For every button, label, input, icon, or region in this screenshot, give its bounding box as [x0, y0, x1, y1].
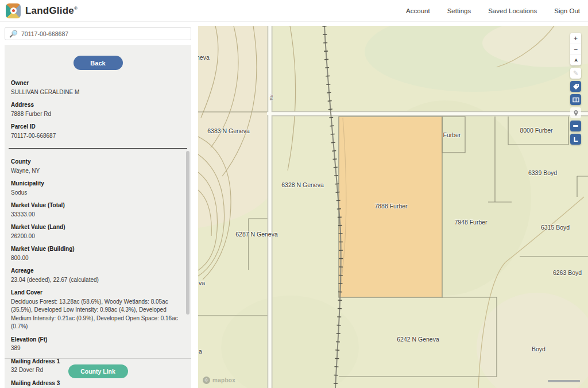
- road-label: Rd: [269, 94, 274, 100]
- parcel-label: 7948 Furber: [454, 219, 487, 226]
- field-value: Wayne, NY: [11, 167, 185, 176]
- compass-icon: ➤: [572, 58, 578, 63]
- parcel-label: a: [199, 348, 202, 355]
- mapbox-logo-icon: ©: [203, 377, 210, 384]
- field-value: 7888 Furber Rd: [11, 110, 185, 119]
- field-label: Market Value (Land): [11, 224, 185, 231]
- field-value: 33333.00: [11, 211, 185, 219]
- draw-button[interactable]: ✎: [570, 68, 581, 79]
- field-value: 800.00: [11, 254, 185, 263]
- collapse-button[interactable]: [570, 121, 581, 131]
- field-label: Acreage: [11, 267, 185, 275]
- detail-fields: County Wayne, NY Municipality Sodus Mark…: [5, 149, 191, 388]
- parcel-label: 6339 Boyd: [528, 169, 557, 176]
- field-label: Market Value (Building): [11, 246, 185, 253]
- parcel-label: 6242 N Geneva: [397, 336, 439, 343]
- measure-button[interactable]: [570, 94, 581, 105]
- field-label: Elevation (Ft): [11, 336, 185, 344]
- field-elevation: Elevation (Ft) 389: [11, 336, 185, 353]
- highlighted-parcel-label: 7888 Furber: [374, 203, 407, 209]
- field-value: Deciduous Forest: 13.28ac (58.6%), Woody…: [11, 298, 185, 331]
- parcel-label: 6263 Boyd: [553, 269, 582, 276]
- field-label: Market Value (Total): [11, 202, 185, 209]
- field-label: Parcel ID: [11, 123, 185, 131]
- l-shape-icon: [572, 136, 579, 143]
- back-button[interactable]: Back: [74, 56, 123, 70]
- parcel-label: Furber: [443, 131, 461, 138]
- sidebar: 🔍 Back Owner SULLIVAN GERALDINE M Addres…: [0, 22, 198, 388]
- nav-settings[interactable]: Settings: [447, 7, 471, 14]
- field-value: 389: [11, 344, 185, 353]
- county-link-button[interactable]: County Link: [68, 364, 128, 378]
- nav-saved-locations[interactable]: Saved Locations: [488, 7, 537, 14]
- field-value: Sodus: [11, 189, 185, 197]
- zoom-out-button[interactable]: −: [570, 44, 581, 55]
- panel-scrollbar[interactable]: [186, 151, 189, 315]
- parcel-detail-panel: Back Owner SULLIVAN GERALDINE M Address …: [5, 45, 191, 388]
- panel-footer: County Link: [5, 358, 191, 388]
- parcel-label: va: [199, 280, 205, 286]
- tag-icon: [572, 83, 579, 90]
- search-input[interactable]: [21, 30, 187, 37]
- parcel-label: 8000 Furber: [520, 127, 552, 134]
- brand-name: LandGlide®: [25, 5, 78, 17]
- gps-location-button[interactable]: [570, 107, 581, 118]
- nav-account[interactable]: Account: [406, 7, 430, 14]
- map-controls: + − ➤ ✎: [570, 33, 581, 145]
- registered-mark: ®: [74, 6, 78, 11]
- field-value: 70117-00-668687: [11, 132, 185, 141]
- parcel-label: Boyd: [532, 346, 546, 352]
- field-label: Owner: [11, 80, 185, 87]
- field-municipality: Municipality Sodus: [11, 180, 185, 197]
- field-owner: Owner SULLIVAN GERALDINE M: [11, 80, 185, 96]
- field-acreage: Acreage 23.04 (deeded), 22.67 (calculate…: [11, 267, 185, 284]
- search-icon: 🔍: [9, 30, 18, 37]
- field-value: 26200.00: [11, 232, 185, 241]
- field-market-value-land: Market Value (Land) 26200.00: [11, 224, 185, 240]
- field-value: 23.04 (deeded), 22.67 (calculated): [11, 276, 185, 285]
- grid-icon: [572, 96, 579, 103]
- field-label: Land Cover: [11, 289, 185, 297]
- map-canvas[interactable]: Geneva 6383 N Geneva 6328 N Geneva 6287 …: [198, 26, 588, 388]
- field-label: Address: [11, 102, 185, 109]
- header-nav: Account Settings Saved Locations Sign Ou…: [406, 7, 580, 14]
- compass-button[interactable]: ➤: [570, 55, 581, 65]
- field-label: Municipality: [11, 180, 185, 188]
- search-bar[interactable]: 🔍: [5, 27, 191, 40]
- mapbox-attribution: © mapbox: [203, 377, 235, 384]
- parcel-label: 6328 N Geneva: [281, 181, 324, 188]
- landglide-logo-icon: [6, 3, 21, 18]
- brand: LandGlide®: [6, 3, 78, 18]
- field-parcel-id: Parcel ID 70117-00-668687: [11, 123, 185, 140]
- mapbox-wordmark: mapbox: [212, 377, 235, 383]
- zoom-in-button[interactable]: +: [570, 33, 581, 44]
- field-label: County: [11, 158, 185, 166]
- summary-fields: Owner SULLIVAN GERALDINE M Address 7888 …: [5, 70, 191, 140]
- location-pin-icon: [572, 110, 579, 117]
- field-value: SULLIVAN GERALDINE M: [11, 88, 185, 97]
- parcel-label: 6287 N Geneva: [235, 231, 278, 238]
- field-market-value-total: Market Value (Total) 33333.00: [11, 202, 185, 219]
- parcel-label: 6383 N Geneva: [207, 127, 250, 134]
- field-market-value-building: Market Value (Building) 800.00: [11, 246, 185, 262]
- minus-icon: [573, 125, 578, 127]
- map-scale-bar: [548, 380, 580, 382]
- parcel-label: 6315 Boyd: [541, 224, 570, 231]
- zoom-control-group: + − ➤: [570, 33, 581, 65]
- parcel-labels-button[interactable]: [570, 81, 581, 92]
- field-land-cover: Land Cover Deciduous Forest: 13.28ac (58…: [11, 289, 185, 331]
- field-county: County Wayne, NY: [11, 158, 185, 175]
- pencil-icon: ✎: [573, 69, 578, 77]
- corner-tool-button[interactable]: [570, 134, 581, 145]
- detail-scroll-area[interactable]: County Wayne, NY Municipality Sodus Mark…: [5, 149, 191, 388]
- app-header: LandGlide® Account Settings Saved Locati…: [0, 0, 588, 22]
- nav-sign-out[interactable]: Sign Out: [554, 7, 580, 14]
- parcel-label: Geneva: [198, 54, 210, 61]
- field-address: Address 7888 Furber Rd: [11, 102, 185, 118]
